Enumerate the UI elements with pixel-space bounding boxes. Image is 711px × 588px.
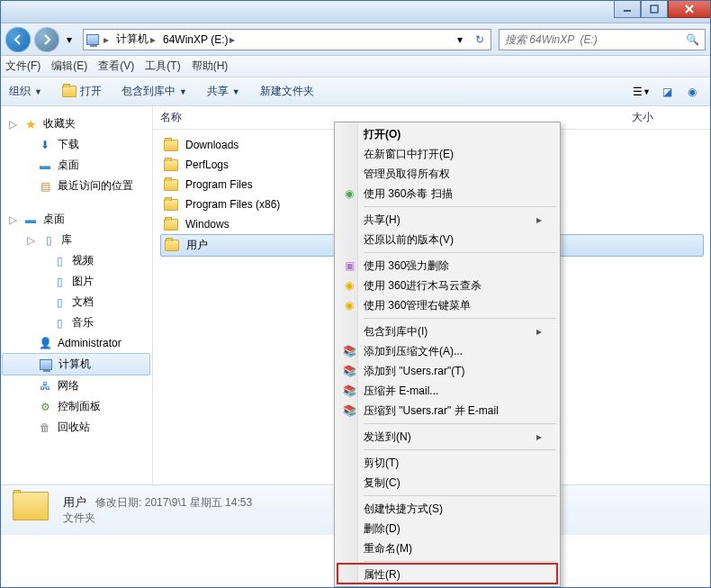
desktop-header[interactable]: ▷▬桌面 — [0, 209, 152, 230]
breadcrumb-computer[interactable]: 计算机 ▸ — [112, 30, 159, 50]
ctx-create-shortcut[interactable]: 创建快捷方式(S) — [337, 499, 558, 519]
file-name: PerfLogs — [185, 158, 229, 171]
breadcrumb-sep[interactable]: ▸ — [100, 30, 112, 50]
sidebar-item-downloads[interactable]: ⬇下载 — [0, 134, 152, 155]
context-menu: 打开(O) 在新窗口中打开(E) 管理员取得所有权 ◉使用 360杀毒 扫描 共… — [334, 122, 561, 587]
ctx-admin-ownership[interactable]: 管理员取得所有权 — [337, 164, 558, 184]
search-icon[interactable]: 🔍 — [685, 32, 699, 47]
sidebar-item-videos[interactable]: ▯视频 — [0, 250, 152, 271]
folder-large-icon — [13, 492, 50, 529]
details-type: 文件夹 — [63, 511, 252, 526]
refresh-button[interactable]: ↻ — [471, 31, 489, 49]
ctx-360-force-delete[interactable]: ▣使用 360强力删除 — [337, 256, 558, 276]
minimize-button[interactable] — [614, 0, 641, 18]
search-input[interactable] — [505, 33, 685, 46]
picture-icon: ▯ — [52, 275, 67, 289]
video-icon: ▯ — [52, 254, 67, 268]
user-icon: 👤 — [38, 336, 52, 350]
sidebar-item-control-panel[interactable]: ⚙控制面板 — [0, 396, 152, 417]
sidebar-item-computer[interactable]: 计算机 — [2, 353, 150, 375]
folder-icon — [164, 197, 178, 212]
ctx-share[interactable]: 共享(H)▸ — [337, 210, 558, 230]
column-size[interactable]: 大小 — [632, 110, 704, 125]
breadcrumb-drive[interactable]: 64WinXP (E:) ▸ — [159, 30, 238, 50]
nav-bar: ▾ ▸ 计算机 ▸ 64WinXP (E:) ▸ ▾ ↻ 🔍 — [0, 23, 711, 56]
ctx-360-trojan-scan[interactable]: ◉使用 360进行木马云查杀 — [337, 276, 558, 295]
new-folder-button[interactable]: 新建文件夹 — [260, 84, 314, 99]
ctx-360-context-manage[interactable]: ◉使用 360管理右键菜单 — [337, 295, 558, 315]
preview-pane-button[interactable]: ◪ — [657, 82, 677, 102]
ctx-copy[interactable]: 复制(C) — [337, 473, 558, 493]
ctx-separator — [364, 318, 556, 319]
menu-view[interactable]: 查看(V) — [98, 59, 134, 74]
sidebar-item-desktop-fav[interactable]: ▬桌面 — [0, 155, 152, 176]
ctx-separator — [364, 561, 556, 562]
sidebar-item-administrator[interactable]: 👤Administrator — [0, 333, 152, 353]
favorites-header[interactable]: ▷★收藏夹 — [0, 113, 152, 134]
sidebar-item-music[interactable]: ▯音乐 — [0, 312, 152, 333]
sidebar-item-recent[interactable]: ▤最近访问的位置 — [0, 176, 152, 196]
sidebar-item-recycle-bin[interactable]: 🗑回收站 — [0, 417, 152, 438]
ctx-separator — [364, 206, 556, 207]
ctx-send-to[interactable]: 发送到(N)▸ — [337, 427, 558, 447]
ctx-open[interactable]: 打开(O) — [337, 124, 558, 144]
open-button[interactable]: 打开 — [62, 84, 102, 99]
ctx-restore-previous[interactable]: 还原以前的版本(V) — [337, 230, 558, 249]
ctx-open-new-window[interactable]: 在新窗口中打开(E) — [337, 144, 558, 164]
nav-history-dropdown[interactable]: ▾ — [63, 31, 76, 49]
view-options-button[interactable]: ☰ ▼ — [632, 82, 652, 102]
360-icon: ◉ — [342, 278, 356, 293]
back-button[interactable] — [5, 27, 31, 52]
ctx-zip-rar-email[interactable]: 📚压缩到 "Users.rar" 并 E-mail — [337, 401, 558, 421]
ctx-360-scan[interactable]: ◉使用 360杀毒 扫描 — [337, 184, 558, 204]
sidebar-item-documents[interactable]: ▯文档 — [0, 292, 152, 312]
drive-icon — [86, 32, 100, 47]
ctx-include-library[interactable]: 包含到库中(I)▸ — [337, 321, 558, 341]
download-icon: ⬇ — [38, 138, 52, 152]
details-name: 用户 — [63, 495, 86, 509]
ctx-delete[interactable]: 删除(D) — [337, 519, 558, 538]
close-button[interactable] — [668, 0, 711, 18]
svg-rect-1 — [651, 5, 658, 13]
network-icon: 🖧 — [38, 379, 52, 394]
ctx-add-users-rar[interactable]: 📚添加到 "Users.rar"(T) — [337, 361, 558, 381]
forward-button[interactable] — [34, 27, 59, 52]
details-date: 2017\9\1 星期五 14:53 — [145, 496, 252, 509]
submenu-arrow-icon: ▸ — [536, 325, 542, 338]
navigation-pane: ▷★收藏夹 ⬇下载 ▬桌面 ▤最近访问的位置 ▷▬桌面 ▷▯库 ▯视频 ▯图片 … — [0, 106, 153, 484]
file-name: Downloads — [185, 139, 238, 151]
file-name: 用户 — [186, 238, 208, 253]
rar-icon: 📚 — [342, 364, 356, 378]
library-icon: ▯ — [41, 233, 56, 248]
folder-icon — [164, 177, 178, 192]
sidebar-item-pictures[interactable]: ▯图片 — [0, 271, 152, 292]
ctx-separator — [364, 495, 556, 496]
menu-file[interactable]: 文件(F) — [5, 59, 40, 74]
help-button[interactable]: ◉ — [682, 82, 702, 102]
ctx-properties[interactable]: 属性(R) — [337, 565, 558, 584]
share-button[interactable]: 共享 ▼ — [207, 84, 240, 99]
ctx-zip-email[interactable]: 📚压缩并 E-mail... — [337, 381, 558, 401]
ctx-rename[interactable]: 重命名(M) — [337, 538, 558, 558]
organize-button[interactable]: 组织 ▼ — [9, 84, 42, 99]
menu-tools[interactable]: 工具(T) — [145, 59, 180, 74]
sidebar-item-library[interactable]: ▷▯库 — [0, 230, 152, 250]
search-box[interactable]: 🔍 — [499, 29, 706, 50]
sidebar-item-network[interactable]: 🖧网络 — [0, 375, 152, 396]
rar-icon: 📚 — [342, 344, 356, 358]
address-dropdown-button[interactable]: ▾ — [451, 31, 469, 49]
details-date-label: 修改日期: — [95, 496, 141, 509]
file-name: Program Files (x86) — [185, 198, 280, 211]
music-icon: ▯ — [52, 316, 67, 330]
menu-help[interactable]: 帮助(H) — [192, 59, 229, 74]
ctx-cut[interactable]: 剪切(T) — [337, 453, 558, 473]
address-bar[interactable]: ▸ 计算机 ▸ 64WinXP (E:) ▸ ▾ ↻ — [83, 29, 491, 50]
include-in-library-button[interactable]: 包含到库中 ▼ — [122, 84, 187, 99]
command-bar: 组织 ▼ 打开 包含到库中 ▼ 共享 ▼ 新建文件夹 ☰ ▼ ◪ ◉ — [0, 77, 711, 106]
menu-edit[interactable]: 编辑(E) — [51, 59, 87, 74]
rar-icon: 📚 — [342, 403, 356, 418]
ctx-add-archive[interactable]: 📚添加到压缩文件(A)... — [337, 341, 558, 361]
maximize-button[interactable] — [641, 0, 668, 18]
folder-icon — [164, 138, 178, 152]
open-icon — [62, 85, 76, 99]
